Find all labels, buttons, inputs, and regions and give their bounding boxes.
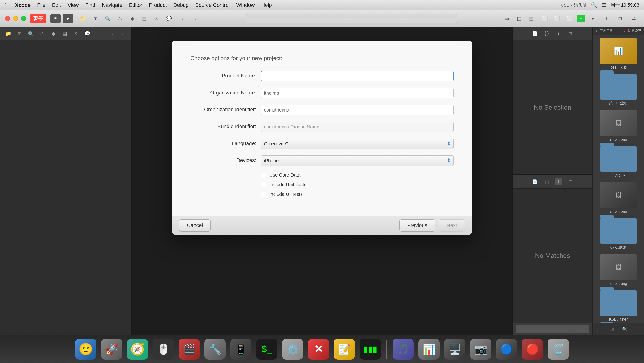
- nav-bookmark-icon[interactable]: ◆: [126, 13, 138, 24]
- dock-app1[interactable]: 🎵: [392, 339, 414, 360]
- list-icon[interactable]: ☰: [602, 2, 606, 8]
- use-core-data-checkbox[interactable]: [261, 173, 266, 178]
- file-item-folder-ksl[interactable]: KSL...aster: [595, 290, 642, 322]
- dock-cursor[interactable]: 🖱️: [153, 339, 174, 360]
- cancel-button[interactable]: Cancel: [179, 219, 210, 232]
- include-ui-tests-checkbox[interactable]: [261, 192, 266, 197]
- dock-movie[interactable]: 🎬: [179, 339, 200, 360]
- maximize-button[interactable]: [21, 16, 26, 21]
- next-button[interactable]: Next: [439, 219, 465, 232]
- file-item-folder1[interactable]: 第13...业班: [595, 74, 642, 106]
- left-nav-btn-7[interactable]: ⎋: [72, 29, 80, 38]
- toggle-version-editor[interactable]: ▤: [526, 13, 537, 24]
- nav-folder-icon[interactable]: 📁: [78, 13, 89, 24]
- search-bar[interactable]: [246, 14, 457, 23]
- file-item-snip2[interactable]: 🖼 snip....png: [595, 182, 642, 214]
- left-nav-btn-8[interactable]: 💬: [83, 29, 92, 38]
- dock-app3[interactable]: 🖥️: [444, 339, 465, 360]
- dock-terminal[interactable]: $_: [256, 339, 277, 360]
- dock-phone[interactable]: 📱: [230, 339, 252, 360]
- menu-debug[interactable]: Debug: [174, 2, 189, 8]
- rp-btn-3[interactable]: ℹ: [554, 29, 563, 38]
- nav-grid-icon[interactable]: ⊞: [90, 13, 101, 24]
- menu-source-control[interactable]: Source Control: [195, 2, 230, 8]
- file-item-folder-chetan[interactable]: 车丹分享: [595, 146, 642, 178]
- plus-icon[interactable]: ＋: [601, 13, 612, 24]
- search-icon[interactable]: 🔍: [591, 2, 597, 8]
- menu-window[interactable]: Window: [236, 2, 254, 8]
- nav-comment-icon[interactable]: 💬: [163, 13, 174, 24]
- rp-bottom-btn-3[interactable]: ℹ: [555, 178, 562, 185]
- left-nav-btn-3[interactable]: 🔍: [26, 29, 35, 38]
- menu-editor[interactable]: Editor: [129, 2, 142, 8]
- menu-navigate[interactable]: Navigate: [102, 2, 122, 8]
- menu-view[interactable]: View: [68, 2, 78, 8]
- dock-preferences[interactable]: ⚙️: [282, 339, 303, 360]
- left-nav-btn-4[interactable]: ⚠: [38, 29, 46, 38]
- far-bottom-btn-1[interactable]: ⊞: [608, 325, 616, 333]
- dock-launchpad[interactable]: 🚀: [101, 339, 122, 360]
- rp-bottom-btn-1[interactable]: 📄: [530, 178, 539, 186]
- language-select[interactable]: Objective-C Swift: [261, 139, 454, 149]
- dock-app4[interactable]: 📷: [470, 339, 491, 360]
- menu-help[interactable]: Help: [261, 2, 272, 8]
- toggle-right-panel-btn[interactable]: ⬜: [564, 13, 575, 24]
- dock-notes[interactable]: 📝: [334, 339, 355, 360]
- devices-select[interactable]: iPhone iPad Universal: [261, 155, 454, 166]
- left-nav-btn-6[interactable]: ▤: [60, 29, 69, 38]
- file-item-xlsx[interactable]: 📊 ios1....xlsx: [595, 38, 642, 69]
- dock-terminal2[interactable]: ▮▮▮: [360, 339, 381, 360]
- left-nav-btn-2[interactable]: ⊞: [15, 29, 24, 38]
- swap-icon[interactable]: ⇄: [628, 13, 639, 24]
- toggle-assistant-editor[interactable]: ◫: [513, 13, 524, 24]
- arrow-icon[interactable]: ➤: [587, 13, 598, 24]
- nav-back-button[interactable]: ‹: [177, 13, 188, 24]
- file-item-snip1[interactable]: 🖼 snip....png: [595, 110, 642, 142]
- notification-circle[interactable]: ●: [577, 15, 585, 22]
- rp-bottom-btn-4[interactable]: ⊡: [566, 178, 575, 186]
- org-identifier-input[interactable]: [261, 105, 454, 115]
- toggle-standard-editor[interactable]: ▭: [501, 13, 512, 24]
- dock-xmind[interactable]: ✕: [308, 339, 329, 360]
- dock-trash[interactable]: 🗑️: [548, 339, 569, 360]
- left-nav-btn-5[interactable]: ◆: [49, 29, 58, 38]
- stop-button[interactable]: ■: [50, 14, 61, 23]
- apple-menu[interactable]: : [5, 2, 6, 8]
- rp-btn-4[interactable]: ⊡: [566, 29, 574, 38]
- dock-safari[interactable]: 🧭: [127, 339, 148, 360]
- file-item-folder07[interactable]: 07-...试题: [595, 218, 642, 250]
- close-button[interactable]: [5, 16, 10, 21]
- nav-link-icon[interactable]: ⎋: [151, 13, 162, 24]
- nav-prev-btn[interactable]: ‹: [108, 29, 116, 38]
- nav-next-btn[interactable]: ›: [118, 29, 128, 38]
- far-bottom-btn-2[interactable]: 🔍: [620, 325, 629, 333]
- previous-button[interactable]: Previous: [399, 219, 435, 232]
- left-nav-btn-1[interactable]: 📁: [4, 29, 13, 38]
- rp-btn-2[interactable]: { }: [542, 29, 551, 38]
- toggle-bottom-panel-btn[interactable]: ⬜: [552, 13, 563, 24]
- product-name-input[interactable]: [261, 71, 454, 81]
- nav-forward-button[interactable]: ›: [190, 13, 202, 24]
- run-button[interactable]: ▶: [63, 14, 73, 23]
- dock-tools[interactable]: 🔧: [204, 339, 226, 360]
- menu-edit[interactable]: Edit: [52, 2, 61, 8]
- nav-report-icon[interactable]: ▤: [139, 13, 150, 24]
- nav-search-icon[interactable]: 🔍: [102, 13, 113, 24]
- menu-find[interactable]: Find: [85, 2, 96, 8]
- toggle-left-panel-btn[interactable]: ⬜: [539, 13, 550, 24]
- menu-file[interactable]: File: [37, 2, 45, 8]
- dock-app6[interactable]: 🔴: [522, 339, 543, 360]
- menu-product[interactable]: Product: [149, 2, 167, 8]
- search-bottom-input[interactable]: [516, 325, 589, 333]
- dock-app2[interactable]: 📊: [418, 339, 440, 360]
- nav-warning-icon[interactable]: ⚠: [114, 13, 126, 24]
- rp-bottom-btn-2[interactable]: { }: [543, 178, 551, 186]
- rp-btn-1[interactable]: 📄: [531, 29, 539, 38]
- file-item-snip3[interactable]: 🖼 snip....png: [595, 254, 642, 286]
- dock-app5[interactable]: 🔵: [496, 339, 517, 360]
- org-name-input[interactable]: [261, 88, 454, 98]
- minimize-button[interactable]: [13, 16, 18, 21]
- dock-finder[interactable]: 🙂: [75, 339, 96, 360]
- screen-icon[interactable]: ⊡: [614, 13, 626, 24]
- include-unit-tests-checkbox[interactable]: [261, 182, 266, 187]
